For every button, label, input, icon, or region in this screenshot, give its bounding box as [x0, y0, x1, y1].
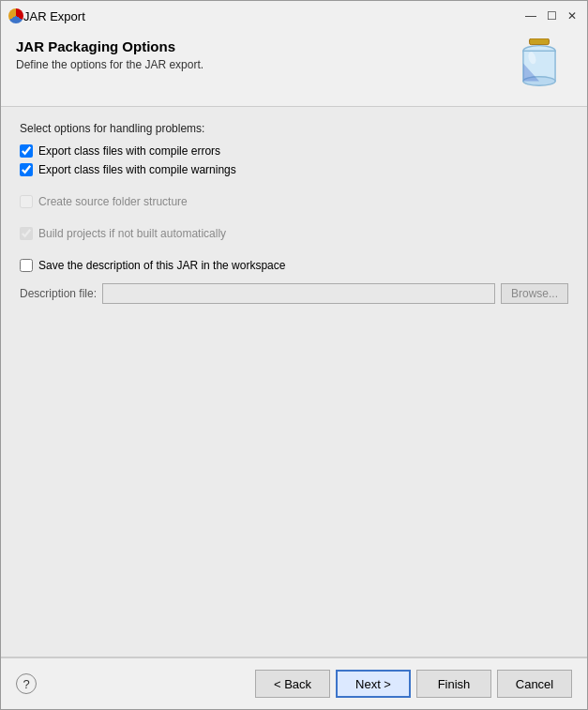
- svg-rect-0: [530, 38, 550, 45]
- spacer-1: [20, 182, 568, 195]
- checkbox-row-build-projects: Build projects if not built automaticall…: [20, 227, 568, 240]
- header-area: JAR Packaging Options Define the options…: [1, 27, 587, 106]
- description-file-row: Description file: Browse...: [20, 283, 568, 304]
- close-button[interactable]: ✕: [565, 8, 580, 23]
- export-compile-warnings-label[interactable]: Export class files with compile warnings: [38, 163, 236, 176]
- create-source-folder-checkbox[interactable]: [20, 195, 33, 208]
- build-projects-checkbox[interactable]: [20, 227, 33, 240]
- finish-button[interactable]: Finish: [416, 670, 491, 698]
- content-area: Select options for handling problems: Ex…: [1, 106, 587, 657]
- jar-icon: [516, 38, 563, 90]
- maximize-button[interactable]: ☐: [544, 8, 559, 23]
- footer-buttons: < Back Next > Finish Cancel: [255, 670, 572, 698]
- save-description-checkbox[interactable]: [20, 259, 33, 272]
- export-compile-errors-label[interactable]: Export class files with compile errors: [38, 144, 220, 158]
- window: JAR Export — ☐ ✕ JAR Packaging Options D…: [0, 0, 588, 710]
- title-bar-controls: — ☐ ✕: [523, 8, 580, 23]
- title-bar: JAR Export — ☐ ✕: [1, 1, 587, 27]
- back-button[interactable]: < Back: [255, 670, 330, 698]
- checkbox-row-compile-errors: Export class files with compile errors: [20, 144, 568, 158]
- export-compile-errors-checkbox[interactable]: [20, 144, 33, 158]
- section-label: Select options for handling problems:: [20, 122, 568, 135]
- footer: ? < Back Next > Finish Cancel: [1, 657, 587, 709]
- next-button[interactable]: Next >: [336, 670, 411, 698]
- page-title: JAR Packaging Options: [16, 38, 204, 54]
- help-button[interactable]: ?: [16, 673, 37, 694]
- cancel-button[interactable]: Cancel: [497, 670, 572, 698]
- export-compile-warnings-checkbox[interactable]: [20, 163, 33, 176]
- eclipse-icon: [8, 8, 23, 23]
- window-title: JAR Export: [23, 9, 523, 23]
- minimize-button[interactable]: —: [523, 8, 538, 23]
- create-source-folder-label: Create source folder structure: [38, 195, 188, 208]
- checkbox-row-source-folder: Create source folder structure: [20, 195, 568, 208]
- description-file-label: Description file:: [20, 287, 97, 300]
- jar-icon-container: [516, 38, 572, 95]
- browse-button[interactable]: Browse...: [501, 283, 568, 304]
- checkbox-row-save-description: Save the description of this JAR in the …: [20, 259, 568, 272]
- description-file-input[interactable]: [102, 283, 495, 304]
- checkbox-row-compile-warnings: Export class files with compile warnings: [20, 163, 568, 176]
- build-projects-label: Build projects if not built automaticall…: [38, 227, 226, 240]
- spacer-2: [20, 214, 568, 227]
- header-text: JAR Packaging Options Define the options…: [16, 38, 204, 71]
- spacer-3: [20, 246, 568, 259]
- page-subtitle: Define the options for the JAR export.: [16, 58, 204, 71]
- save-description-label[interactable]: Save the description of this JAR in the …: [38, 259, 285, 272]
